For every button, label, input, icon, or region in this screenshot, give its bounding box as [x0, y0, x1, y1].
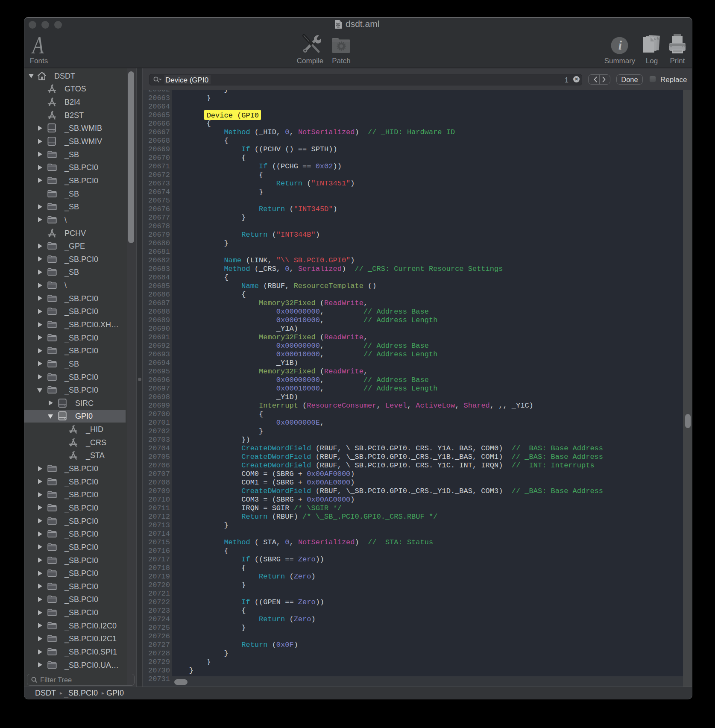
- svg-text:i: i: [618, 38, 622, 52]
